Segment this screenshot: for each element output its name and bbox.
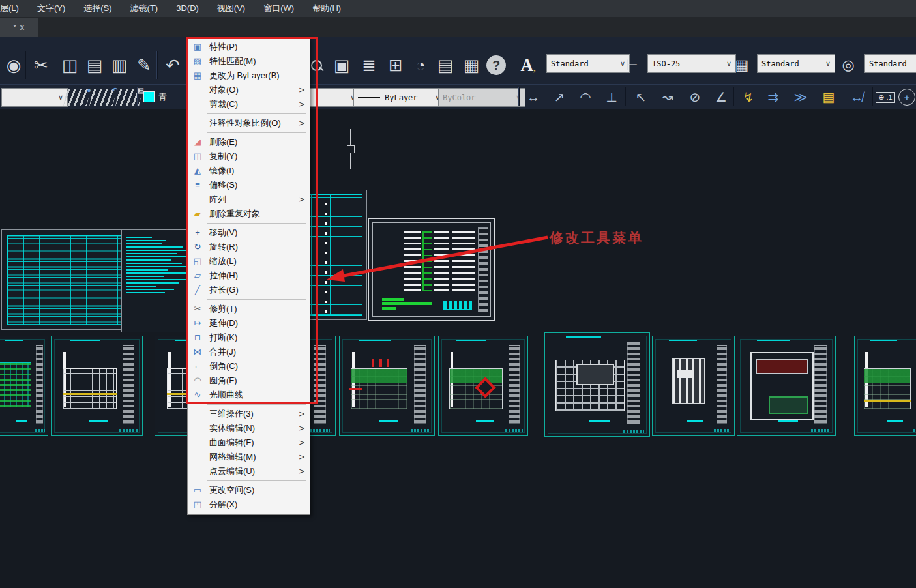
layout-grid-icon[interactable]: ⊞ xyxy=(383,50,408,80)
menu-item-7[interactable]: ◢删除(E) xyxy=(188,135,310,149)
cut-icon[interactable]: ✂ xyxy=(29,50,53,80)
menu-item-3[interactable]: ▦更改为 ByLayer(B) xyxy=(188,68,310,83)
menubar-item-6[interactable]: 视图(V) xyxy=(208,0,254,17)
mleader-style-brush-icon[interactable]: ◎ xyxy=(836,50,861,80)
menu-item-13[interactable]: +移动(V) xyxy=(188,226,310,240)
table-style-brush-icon[interactable]: ▦ xyxy=(730,50,754,80)
sheet-roll-icon[interactable]: ◔ xyxy=(408,50,433,80)
display-settings-icon[interactable]: ▣ xyxy=(329,50,354,80)
menu-item-16[interactable]: ▱拉伸(H) xyxy=(188,269,310,283)
menu-item-1[interactable]: ▣特性(P) xyxy=(188,40,310,54)
menu-item-11[interactable]: 阵列> xyxy=(188,192,310,207)
dimension-spacing-icon[interactable]: ▤ xyxy=(817,87,840,107)
drawing-thumbnail[interactable] xyxy=(339,336,435,436)
menu-item-27[interactable]: 曲面编辑(F)> xyxy=(188,435,310,450)
radius-dimension-icon[interactable]: ↖ xyxy=(629,87,653,107)
menu-item-22[interactable]: ⌐倒角(C) xyxy=(188,359,310,374)
menubar-item-2[interactable]: 文字(Y) xyxy=(28,0,74,17)
drawing-thumbnail[interactable] xyxy=(737,336,836,436)
menu-item-14[interactable]: ↻旋转(R) xyxy=(188,240,310,254)
drawing-thumbnail[interactable] xyxy=(544,332,650,437)
dimension-break-icon[interactable]: ↮ xyxy=(845,87,868,107)
menu-item-label: 偏移(S) xyxy=(205,179,305,191)
menubar-item-8[interactable]: 帮助(H) xyxy=(303,0,350,17)
drawing-thumbnail[interactable] xyxy=(652,336,735,436)
menu-item-10[interactable]: ≡偏移(S) xyxy=(188,178,310,192)
menu-item-28[interactable]: 网格编辑(M)> xyxy=(188,450,310,464)
tolerance-icon[interactable]: ⊕ .1 xyxy=(874,87,896,107)
make-layer-current-icon[interactable]: ● xyxy=(63,89,91,106)
menubar-item-3[interactable]: 选择(S) xyxy=(74,0,121,17)
mleader-style-dropdown[interactable]: Standard xyxy=(864,54,916,73)
lineweight-dropdown[interactable]: ByLayer ∨ xyxy=(353,88,445,107)
menu-item-23[interactable]: ◠圆角(F) xyxy=(188,374,310,388)
menu-item-20[interactable]: ⊓打断(K) xyxy=(188,331,310,345)
ordinate-dimension-icon[interactable]: ⊥ xyxy=(600,87,623,107)
drawing-thumbnail[interactable] xyxy=(438,336,528,436)
drawing-schedule-table[interactable] xyxy=(1,229,129,330)
menu-item-5[interactable]: 剪裁(C)> xyxy=(188,97,310,111)
notes-icon[interactable]: ▤ xyxy=(433,50,458,80)
menubar-item-5[interactable]: 3D(D) xyxy=(167,0,208,17)
jogged-dimension-icon[interactable]: ↝ xyxy=(656,87,679,107)
angular-dimension-icon[interactable]: ∠ xyxy=(709,87,733,107)
menu-item-31[interactable]: ◰分解(X) xyxy=(188,497,310,512)
diameter-dimension-icon[interactable]: ⊘ xyxy=(683,87,707,107)
menu-item-12[interactable]: ▰删除重复对象 xyxy=(188,207,310,221)
menubar-item-1[interactable]: 层(L) xyxy=(0,0,28,17)
menu-item-26[interactable]: 实体编辑(N)> xyxy=(188,421,310,435)
continue-dimension-icon[interactable]: ≫ xyxy=(789,87,812,107)
menubar-item-7[interactable]: 窗口(W) xyxy=(254,0,303,17)
color-dropdown[interactable]: 青 xyxy=(143,88,167,106)
menu-item-29[interactable]: 点云编辑(U)> xyxy=(188,464,310,478)
copy-icon: ◫ xyxy=(190,149,205,164)
center-mark-icon[interactable]: + xyxy=(897,87,916,107)
aligned-dimension-icon[interactable]: ↗ xyxy=(548,87,571,107)
document-tab[interactable]: * x xyxy=(0,18,38,37)
close-icon[interactable]: x xyxy=(20,23,25,32)
menubar-item-4[interactable]: 滤镜(T) xyxy=(121,0,168,17)
menu-item-25[interactable]: 三维操作(3)> xyxy=(188,407,310,421)
drawing-thumbnail[interactable] xyxy=(0,336,48,436)
drawing-canvas[interactable] xyxy=(0,109,916,588)
menu-item-17[interactable]: ╱拉长(G) xyxy=(188,283,310,297)
layer-properties-icon[interactable]: ▤ xyxy=(115,89,143,106)
table-style-dropdown[interactable]: Standard ∨ xyxy=(757,54,835,73)
menu-item-30[interactable]: ▭更改空间(S) xyxy=(188,483,310,497)
quick-dimension-icon[interactable]: ↯ xyxy=(737,87,760,107)
help-icon[interactable]: ? xyxy=(484,50,509,80)
dim-style-dropdown[interactable]: ISO-25 ∨ xyxy=(647,54,736,73)
drawing-thumbnail[interactable] xyxy=(854,336,916,436)
text-style-dropdown[interactable]: Standard ∨ xyxy=(546,54,630,73)
menu-item-8[interactable]: ◫复制(Y) xyxy=(188,149,310,164)
calculator-icon[interactable]: ▦ xyxy=(459,50,484,80)
dim-style-brush-icon[interactable]: ⊢ xyxy=(619,50,644,80)
copy-icon[interactable]: ◫ xyxy=(57,50,82,80)
list-view-icon[interactable]: ≣ xyxy=(357,50,381,80)
sphere-view-icon[interactable]: ◉ xyxy=(1,50,26,80)
menu-item-9[interactable]: ◭镜像(I) xyxy=(188,164,310,178)
menu-item-15[interactable]: ◱缩放(L) xyxy=(188,254,310,269)
drawing-system-diagram[interactable] xyxy=(368,218,495,321)
text-style-icon[interactable]: A, xyxy=(514,50,542,80)
menu-item-19[interactable]: ↦延伸(D) xyxy=(188,316,310,331)
menu-item-2[interactable]: ▨特性匹配(M) xyxy=(188,54,310,68)
layer-previous-icon[interactable]: ↶ xyxy=(89,89,117,106)
menu-item-21[interactable]: ⋈合并(J) xyxy=(188,345,310,359)
layer-dropdown[interactable]: ∨ xyxy=(1,88,68,107)
arc-length-dimension-icon[interactable]: ◠ xyxy=(574,87,597,107)
match-properties-icon[interactable]: ▥ xyxy=(107,50,132,80)
linear-dimension-icon[interactable]: ↔ xyxy=(522,87,545,107)
menu-item-18[interactable]: ✂修剪(T) xyxy=(188,302,310,316)
tree-row xyxy=(404,272,476,274)
undo-icon[interactable]: ↶ xyxy=(160,50,185,80)
edit-pencil-icon[interactable]: ✎ xyxy=(132,50,156,80)
join-icon: ⋈ xyxy=(190,345,205,359)
thumb-wm xyxy=(35,429,45,432)
menu-item-6[interactable]: 注释性对象比例(O)> xyxy=(188,116,310,130)
menu-item-4[interactable]: 对象(O)> xyxy=(188,83,310,97)
menu-item-24[interactable]: ∿光顺曲线 xyxy=(188,388,310,402)
baseline-dimension-icon[interactable]: ⇉ xyxy=(761,87,785,107)
drawing-thumbnail[interactable] xyxy=(51,336,143,436)
paste-icon[interactable]: ▤ xyxy=(82,50,107,80)
